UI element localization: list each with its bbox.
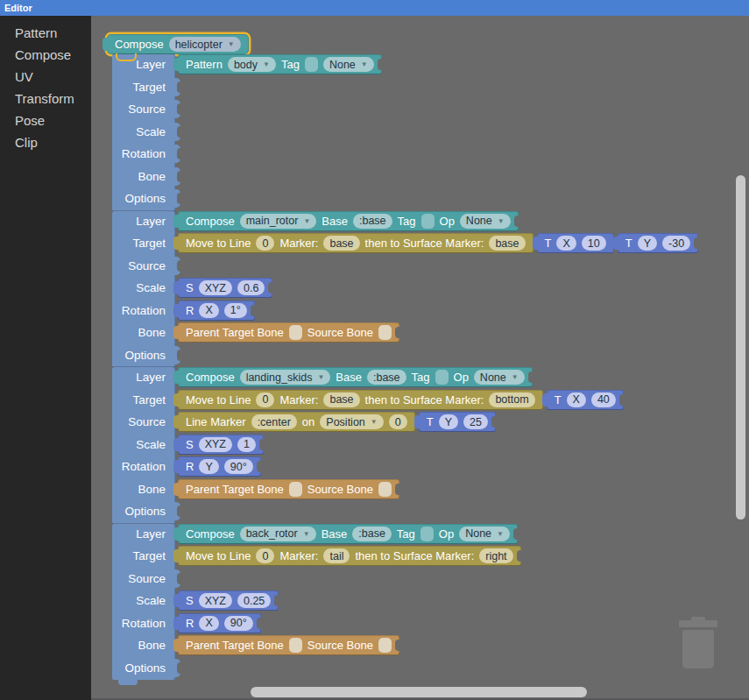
translate-x-block[interactable]: TX10	[537, 233, 614, 253]
dropdown-field[interactable]: None▼	[460, 214, 511, 229]
text-field[interactable]: tail	[323, 548, 350, 563]
text-field[interactable]: 40	[591, 392, 616, 407]
text-field[interactable]: 0.25	[237, 593, 271, 608]
text-field[interactable]: X	[199, 303, 218, 318]
translate-y-block[interactable]: TY-30	[618, 233, 698, 253]
move-to-line-block[interactable]: Move to Line0Marker:tailthen to Surface …	[178, 546, 521, 566]
text-field[interactable]: :center	[251, 414, 297, 429]
text-field[interactable]: 0.6	[237, 280, 265, 295]
text-field[interactable]: bottom	[489, 392, 534, 407]
text-field[interactable]: base	[323, 236, 359, 251]
row-block-chain: Patternbody▼TagNone▼	[178, 54, 382, 74]
input-socket	[174, 123, 180, 141]
text-field[interactable]: 0	[256, 236, 274, 251]
compose-landing-skids-block[interactable]: Composelanding_skids▼Base:baseTagOpNone▼	[178, 367, 533, 387]
empty-socket	[378, 325, 392, 340]
scale-block[interactable]: SXYZ1	[178, 435, 264, 455]
layer-group-block[interactable]: LayerTargetSourceScaleRotationBoneOption…	[112, 211, 175, 368]
line-marker-block[interactable]: Line Marker:centeronPosition▼0	[178, 412, 415, 432]
block-label: T	[555, 393, 562, 407]
text-field[interactable]: 25	[463, 414, 488, 429]
text-field[interactable]: 90°	[224, 459, 253, 474]
move-to-line-block[interactable]: Move to Line0Marker:basethen to Surface …	[178, 390, 543, 410]
dropdown-field[interactable]: main_rotor▼	[240, 214, 317, 229]
chevron-down-icon: ▼	[498, 217, 505, 225]
row-label-source: Source	[112, 256, 175, 276]
trash-bin	[682, 630, 714, 668]
rotate-block[interactable]: RX1°	[178, 301, 255, 321]
row-label-source: Source	[112, 569, 175, 589]
text-field[interactable]: :base	[352, 527, 392, 541]
text-field[interactable]: XYZ	[199, 593, 232, 608]
text-field[interactable]: base	[323, 392, 359, 407]
dropdown-field[interactable]: None▼	[323, 57, 374, 72]
row-label-options: Options	[112, 345, 175, 365]
text-field[interactable]: :base	[353, 214, 392, 229]
empty-socket	[378, 638, 392, 653]
dropdown-field[interactable]: body▼	[228, 57, 276, 72]
text-field[interactable]: 0	[256, 548, 274, 563]
row-label-options: Options	[112, 188, 175, 209]
compose-helicopter-block[interactable]: Composehelicopter▼	[107, 34, 249, 54]
move-to-line-block[interactable]: Move to Line0Marker:basethen to Surface …	[178, 233, 533, 253]
text-field[interactable]: X	[199, 616, 218, 631]
row-block-chain: RY90°	[178, 456, 261, 477]
horizontal-scrollbar[interactable]	[251, 687, 587, 697]
compose-main-rotor-block[interactable]: Composemain_rotor▼Base:baseTagOpNone▼	[178, 211, 519, 231]
text-field[interactable]: 10	[582, 236, 606, 251]
text-field[interactable]: 1	[237, 437, 256, 452]
text-field[interactable]: X	[567, 392, 586, 407]
row-block-chain: RX90°	[178, 613, 261, 633]
block-label: Op	[439, 527, 454, 541]
scale-block[interactable]: SXYZ0.6	[178, 278, 272, 298]
translate-x-block[interactable]: TX40	[547, 390, 624, 410]
text-field[interactable]: Y	[439, 414, 458, 429]
text-field[interactable]: 0	[256, 392, 274, 407]
bone-block[interactable]: Parent Target BoneSource Bone	[178, 479, 399, 499]
block-label: Source Bone	[307, 326, 373, 339]
text-field[interactable]: XYZ	[199, 280, 232, 295]
text-field[interactable]: 90°	[224, 616, 253, 631]
block-label: Compose	[186, 527, 235, 541]
layer-group-block[interactable]: LayerTargetSourceScaleRotationBoneOption…	[112, 367, 175, 524]
layer-group-block[interactable]: LayerTargetSourceScaleRotationBoneOption…	[112, 54, 175, 211]
trash-icon[interactable]	[679, 617, 717, 669]
rotate-block[interactable]: RY90°	[178, 456, 261, 477]
block-label: S	[186, 594, 194, 607]
row-label-rotation: Rotation	[112, 456, 175, 477]
bone-block[interactable]: Parent Target BoneSource Bone	[178, 322, 399, 343]
text-field[interactable]: XYZ	[199, 437, 232, 452]
row-block-chain: RX1°	[178, 301, 255, 321]
dropdown-field[interactable]: None▼	[459, 527, 510, 541]
text-field[interactable]: -30	[662, 236, 690, 251]
text-field[interactable]: right	[479, 548, 512, 563]
text-field[interactable]: 0	[389, 414, 407, 429]
pattern-body-layer-block[interactable]: Patternbody▼TagNone▼	[178, 54, 382, 74]
dropdown-field[interactable]: landing_skids▼	[240, 370, 331, 385]
dropdown-field[interactable]: None▼	[474, 370, 525, 385]
block-label: S	[186, 281, 194, 294]
text-field[interactable]: X	[556, 236, 576, 251]
bone-block[interactable]: Parent Target BoneSource Bone	[178, 635, 399, 655]
compose-back-rotor-block[interactable]: Composeback_rotor▼Base:baseTagOpNone▼	[178, 524, 518, 544]
row-label-target: Target	[112, 77, 175, 97]
text-field[interactable]: :base	[367, 370, 406, 385]
text-field[interactable]: Y	[638, 236, 657, 251]
layer-group-block[interactable]: LayerTargetSourceScaleRotationBoneOption…	[112, 524, 175, 681]
block-label: on	[302, 415, 314, 428]
input-socket	[174, 257, 180, 275]
input-socket	[174, 189, 180, 208]
text-field[interactable]: Y	[199, 459, 218, 474]
dropdown-field[interactable]: Position▼	[320, 414, 383, 429]
vertical-scrollbar[interactable]	[736, 175, 745, 520]
scale-block[interactable]: SXYZ0.25	[178, 590, 279, 611]
block-label: Tag	[397, 527, 415, 541]
dropdown-field[interactable]: back_rotor▼	[240, 527, 316, 541]
translate-y-block[interactable]: TY25	[419, 412, 496, 432]
dropdown-field[interactable]: helicopter▼	[169, 37, 241, 52]
text-field[interactable]: 1°	[224, 303, 247, 318]
block-label: Base	[336, 371, 362, 384]
rotate-block[interactable]: RX90°	[178, 613, 261, 633]
row-label-layer: Layer	[112, 211, 175, 231]
text-field[interactable]: base	[489, 236, 525, 251]
